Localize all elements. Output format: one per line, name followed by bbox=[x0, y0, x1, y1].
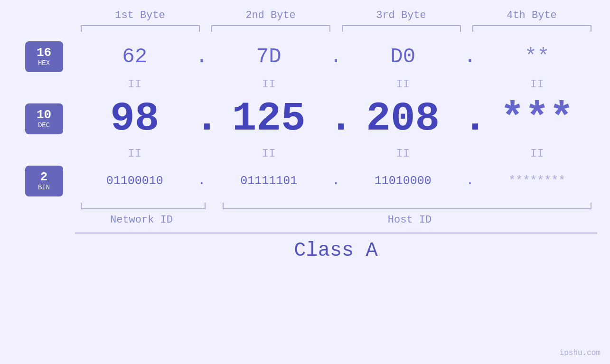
main-container: 1st Byte 2nd Byte 3rd Byte 4th Byte 16 H… bbox=[0, 0, 610, 364]
equals-1-b2: II bbox=[209, 78, 329, 91]
bin-dot2: . bbox=[329, 174, 343, 188]
dec-b2: 125 bbox=[209, 95, 329, 142]
byte3-header: 3rd Byte bbox=[336, 9, 467, 25]
dec-b4: *** bbox=[477, 95, 597, 142]
byte1-header: 1st Byte bbox=[75, 9, 206, 25]
hex-dot2: . bbox=[329, 45, 343, 68]
equals-1-b3: II bbox=[343, 78, 463, 91]
equals-2-b2: II bbox=[209, 147, 329, 160]
host-id-label: Host ID bbox=[223, 214, 597, 226]
network-id-label: Network ID bbox=[75, 214, 208, 226]
dec-dot1: . bbox=[195, 95, 209, 142]
equals-1-b1: II bbox=[75, 78, 195, 91]
hex-dot1: . bbox=[195, 45, 209, 68]
hex-b4: ** bbox=[477, 45, 597, 68]
equals-1-b4: II bbox=[477, 78, 597, 91]
bin-dot1: . bbox=[195, 174, 209, 188]
byte2-header: 2nd Byte bbox=[206, 9, 336, 25]
class-label: Class A bbox=[75, 239, 597, 262]
bin-dot3: . bbox=[463, 174, 477, 188]
equals-2-b1: II bbox=[75, 147, 195, 160]
bin-b4: ******** bbox=[477, 174, 597, 188]
hex-b3: D0 bbox=[343, 45, 463, 68]
bin-b1: 01100010 bbox=[75, 174, 195, 188]
equals-2-b4: II bbox=[477, 147, 597, 160]
bin-b2: 01111101 bbox=[209, 174, 329, 188]
bin-badge: 2 BIN bbox=[25, 166, 63, 196]
dec-b3: 208 bbox=[343, 95, 463, 142]
dec-dot2: . bbox=[329, 95, 343, 142]
byte4-header: 4th Byte bbox=[467, 9, 597, 25]
dec-dot3: . bbox=[463, 95, 477, 142]
dec-badge: 10 DEC bbox=[25, 103, 63, 134]
hex-dot3: . bbox=[463, 45, 477, 68]
hex-b2: 7D bbox=[209, 45, 329, 68]
watermark: ipshu.com bbox=[560, 349, 601, 357]
hex-badge: 16 HEX bbox=[25, 41, 63, 72]
hex-b1: 62 bbox=[75, 45, 195, 68]
dec-b1: 98 bbox=[75, 95, 195, 142]
bin-b3: 11010000 bbox=[343, 174, 463, 188]
equals-2-b3: II bbox=[343, 147, 463, 160]
